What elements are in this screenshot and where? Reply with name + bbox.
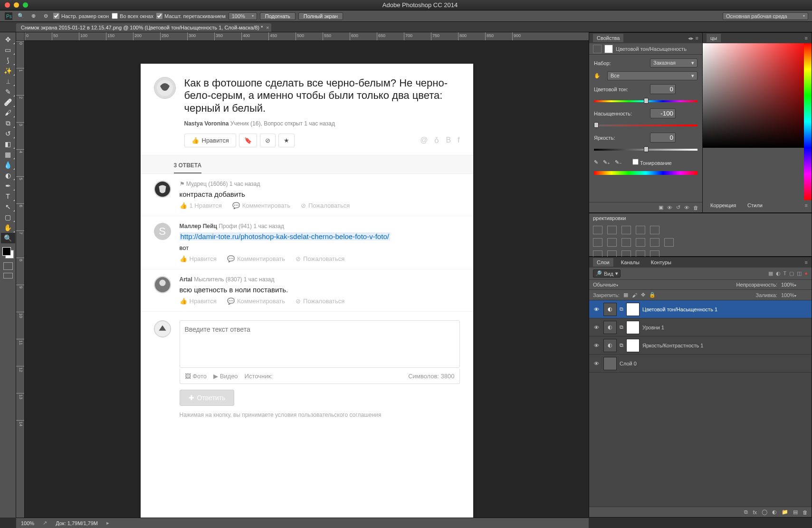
eyedropper-add-icon[interactable]: ✎₊: [603, 159, 610, 165]
filter-smart-icon[interactable]: ◫: [797, 270, 802, 277]
layer-row[interactable]: 👁◐⧉Яркость/Контрастность 1: [589, 336, 812, 355]
visibility-icon[interactable]: 👁: [592, 361, 601, 366]
status-more-icon[interactable]: ▸: [106, 520, 109, 526]
layer-fx-icon[interactable]: fx: [753, 509, 757, 515]
document-tab[interactable]: Снимок экрана 2015-01-12 в 12.15.47.png …: [16, 23, 271, 32]
eraser-tool-icon[interactable]: ◧: [1, 139, 15, 149]
clone-stamp-tool-icon[interactable]: ⧉: [1, 118, 15, 128]
layer-mask-icon[interactable]: [626, 321, 640, 334]
preset-dropdown[interactable]: Заказная▾: [650, 58, 697, 67]
answer-comment-button[interactable]: 💬 Комментировать: [232, 202, 290, 209]
styles-tab[interactable]: Стили: [744, 201, 766, 210]
answer-like-button[interactable]: 👍 Нравится: [180, 255, 217, 262]
new-layer-icon[interactable]: ▤: [793, 509, 798, 515]
brush-tool-icon[interactable]: 🖌: [1, 107, 15, 118]
answer-like-button[interactable]: 👍 1 Нравится: [180, 202, 222, 209]
layers-tab[interactable]: Слои: [593, 258, 613, 267]
hue-input[interactable]: [650, 84, 676, 94]
layer-row[interactable]: 👁◐⧉Цветовой тон/Насыщенность 1: [589, 300, 812, 318]
adj-exposure-icon[interactable]: [636, 226, 645, 234]
block-button[interactable]: ⊘: [260, 134, 276, 147]
adj-curves-icon[interactable]: [621, 226, 631, 234]
layer-mask-icon[interactable]: [626, 303, 640, 316]
fullscreen-button[interactable]: Полный экран: [298, 12, 343, 20]
share-ok-icon[interactable]: ǒ: [434, 136, 439, 145]
layer-name[interactable]: Яркость/Контрастность 1: [642, 343, 704, 348]
type-tool-icon[interactable]: T: [1, 191, 15, 202]
eyedropper-tool-icon[interactable]: ✎: [1, 86, 15, 97]
star-button[interactable]: ★: [278, 134, 295, 147]
move-tool-icon[interactable]: ✥: [1, 34, 15, 45]
status-export-icon[interactable]: ↗: [43, 520, 47, 526]
answer-link[interactable]: http://damir-tote.ru/photoshop-kak-sdela…: [180, 232, 390, 240]
reply-textarea[interactable]: [180, 320, 460, 368]
visibility-icon[interactable]: 👁: [592, 307, 601, 312]
blend-mode-dropdown[interactable]: Обычные▾: [593, 282, 733, 288]
layer-name[interactable]: Цветовой тон/Насыщенность 1: [642, 307, 717, 312]
adj-colorbalance-icon[interactable]: [607, 238, 617, 247]
lightness-input[interactable]: [650, 133, 676, 143]
filter-pixel-icon[interactable]: ▦: [768, 270, 773, 277]
attach-video-button[interactable]: ▶ Видео: [213, 373, 238, 380]
adj-vibrance-icon[interactable]: [650, 226, 659, 234]
lock-move-icon[interactable]: ✥: [641, 292, 645, 298]
adj-levels-icon[interactable]: [607, 226, 617, 234]
gradient-tool-icon[interactable]: ▦: [1, 149, 15, 160]
panel-menu-icon[interactable]: ≡: [805, 259, 808, 265]
filter-type-icon[interactable]: T: [783, 270, 787, 277]
history-brush-tool-icon[interactable]: ↺: [1, 128, 15, 139]
lightness-slider[interactable]: [594, 146, 697, 153]
pen-tool-icon[interactable]: ✒: [1, 181, 15, 191]
screen-mode-icon[interactable]: [3, 273, 13, 278]
like-button[interactable]: 👍 Нравится: [184, 134, 236, 147]
zoom-out-icon[interactable]: ⊖: [41, 12, 50, 20]
adj-brightness-icon[interactable]: [593, 226, 602, 234]
status-zoom[interactable]: 100%: [21, 520, 34, 526]
answer-like-button[interactable]: 👍 Нравится: [180, 298, 217, 305]
zoom-tool-icon[interactable]: 🔍: [1, 233, 15, 243]
blur-tool-icon[interactable]: 💧: [1, 160, 15, 170]
swatches-tab[interactable]: цы: [707, 34, 721, 42]
toggle-visibility-icon[interactable]: 👁: [684, 205, 689, 211]
layer-row[interactable]: 👁Слой 0: [589, 355, 812, 373]
shape-tool-icon[interactable]: ▢: [1, 212, 15, 222]
adj-channelmixer-icon[interactable]: [650, 238, 659, 247]
answer-comment-button[interactable]: 💬 Комментировать: [227, 255, 285, 262]
properties-tab[interactable]: Свойства: [593, 34, 623, 42]
hue-slider[interactable]: [594, 98, 697, 105]
reset-icon[interactable]: ↺: [676, 204, 680, 211]
hand-tool-icon[interactable]: ✋: [1, 222, 15, 233]
link-layers-icon[interactable]: ⧉: [744, 509, 748, 515]
lasso-tool-icon[interactable]: ⟆: [1, 55, 15, 66]
zoom-in-icon[interactable]: ⊕: [29, 12, 38, 20]
share-fb-icon[interactable]: f: [458, 136, 459, 145]
maximize-icon[interactable]: [23, 2, 28, 8]
filter-shape-icon[interactable]: ▢: [789, 270, 794, 277]
answer-complain-button[interactable]: ⊘ Пожаловаться: [301, 202, 350, 209]
fill-input[interactable]: 100%▾: [781, 292, 808, 298]
layer-filter-dropdown[interactable]: 🔎 Вид ▾: [593, 269, 621, 278]
close-icon[interactable]: [5, 2, 10, 8]
saturation-slider[interactable]: [594, 122, 697, 129]
path-select-tool-icon[interactable]: ↖: [1, 202, 15, 212]
zoom-level-dropdown[interactable]: 100%▾: [229, 12, 257, 20]
attach-photo-button[interactable]: 🖼 Фото: [185, 373, 207, 380]
answer-complain-button[interactable]: ⊘ Пожаловаться: [296, 255, 344, 262]
hue-range-slider[interactable]: [594, 170, 697, 176]
canvas[interactable]: Как в фотошопе сделать все черно-белым? …: [25, 41, 589, 518]
all-windows-checkbox[interactable]: Во всех окнах: [112, 13, 153, 19]
view-prev-icon[interactable]: 👁: [667, 205, 672, 211]
panel-menu-icon[interactable]: ≡: [805, 202, 808, 208]
channel-dropdown[interactable]: Все▾: [607, 71, 697, 80]
lock-paint-icon[interactable]: 🖌: [632, 292, 637, 298]
hand-scrubber-icon[interactable]: ✋: [594, 73, 603, 79]
lock-trans-icon[interactable]: ▦: [623, 292, 628, 298]
submit-reply-button[interactable]: ✚ Ответить: [180, 390, 235, 406]
fit-screen-button[interactable]: Подогнать: [260, 12, 296, 20]
lock-all-icon[interactable]: 🔒: [649, 292, 656, 298]
add-mask-icon[interactable]: ◯: [762, 509, 767, 515]
color-swatches[interactable]: [1, 246, 15, 259]
magic-wand-tool-icon[interactable]: ✨: [1, 66, 15, 76]
layer-mask-icon[interactable]: [626, 339, 640, 352]
adj-colorlookup-icon[interactable]: [664, 238, 674, 247]
